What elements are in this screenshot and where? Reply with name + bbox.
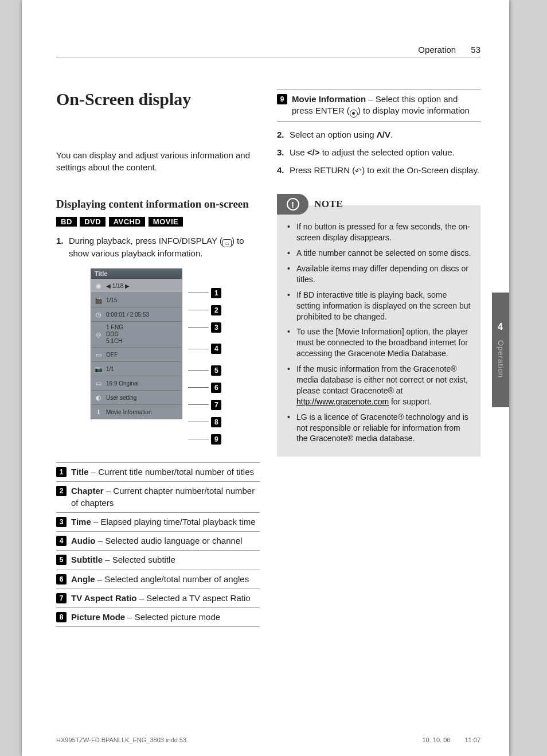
callout-1: 1: [211, 288, 221, 298]
legend-desc: – Selected angle/total number of angles: [95, 574, 249, 584]
chapter-side-tab: 4 Operation: [492, 293, 509, 407]
note-item: If no button is pressed for a few second…: [287, 221, 472, 243]
legend-desc: – Selected picture mode: [125, 612, 220, 622]
osd-panel: Title ◉ ◀ 1/18 ▶ 🎬 1/15 ◷ 0:00:01 / 2:05…: [91, 268, 182, 419]
note-icon: !: [287, 198, 299, 211]
step-number: 3.: [277, 146, 290, 158]
legend-term: Angle: [71, 574, 95, 584]
note-text: If the music information from the Gracen…: [296, 364, 468, 395]
callout-5: 5: [211, 365, 221, 376]
header-page-number: 53: [471, 45, 480, 54]
subtitle-icon: ▭: [93, 350, 104, 359]
osd-row-picture: ◐ User setting: [91, 391, 182, 405]
step-number: 2.: [277, 128, 290, 141]
header-section: Operation: [418, 45, 456, 54]
footer-filename: HX995TZW-FD.BPANLLK_ENG_3803.indd 53: [56, 736, 186, 743]
legend-item: 3 Time – Elapsed playing time/Total play…: [56, 513, 260, 532]
legend-term: Picture Mode: [71, 612, 125, 622]
legend-item: 2 Chapter – Current chapter number/total…: [56, 482, 260, 513]
legend-desc: ) to display movie information: [358, 106, 470, 115]
legend-num: 3: [56, 517, 67, 527]
step-text: Use: [290, 147, 307, 157]
osd-row-subtitle: ▭ OFF: [91, 348, 182, 362]
osd-row-chapter: 🎬 1/15: [91, 293, 182, 307]
legend-term: Subtitle: [71, 555, 103, 564]
legend-item-9: 9 Movie Information – Select this option…: [277, 89, 480, 122]
note-text: for support.: [389, 397, 432, 406]
display-icon: ▭: [222, 239, 232, 247]
legend-num: 8: [56, 612, 67, 622]
step-2: 2. Select an option using Λ/V.: [277, 128, 480, 141]
intro-paragraph: You can display and adjust various infor…: [56, 149, 260, 173]
page-header: Operation 53: [56, 45, 480, 57]
legend-desc: – Elapsed playing time/Total playback ti…: [91, 517, 256, 527]
chapter-number: 4: [498, 322, 503, 332]
manual-page: Operation 53 On-Screen display You can d…: [22, 0, 509, 756]
audio-icon: ◎: [93, 330, 104, 339]
footer-time: 11:07: [464, 736, 480, 743]
legend-term: Chapter: [71, 486, 104, 496]
step-text: .: [390, 130, 393, 139]
note-item: If BD interactive title is playing back,…: [287, 290, 472, 322]
note-item: Available items may differ depending on …: [287, 263, 472, 285]
legend-num: 6: [56, 574, 67, 584]
picture-icon: ◐: [93, 393, 104, 402]
osd-value: OFF: [106, 352, 179, 358]
legend-desc: – Current title number/total number of t…: [89, 467, 254, 477]
step-text: Press RETURN (: [290, 165, 355, 175]
info-icon: ℹ: [93, 407, 104, 416]
note-label: NOTE: [314, 198, 343, 210]
osd-value: 16:9 Original: [106, 380, 179, 387]
clock-icon: ◷: [93, 310, 104, 319]
legend-item: 5 Subtitle – Selected subtitle: [56, 551, 260, 570]
enter-icon: [350, 110, 358, 118]
right-column: 9 Movie Information – Select this option…: [277, 89, 480, 627]
legend-num: 9: [277, 94, 287, 104]
chapter-label: Operation: [497, 340, 505, 378]
note-item: LG is a licence of Gracenote® technology…: [287, 412, 472, 445]
note-item: If the music information from the Gracen…: [287, 364, 472, 407]
legend-item: 6 Angle – Selected angle/total number of…: [56, 570, 260, 589]
return-icon: ↶: [355, 166, 362, 177]
osd-row-title: ◉ ◀ 1/18 ▶: [91, 279, 182, 293]
osd-value: 0:00:01 / 2:05:53: [106, 311, 179, 318]
footer-date: 10. 10. 06: [422, 736, 450, 743]
legend-desc: – Selected audio language or channel: [96, 536, 243, 545]
callout-4: 4: [211, 344, 221, 354]
legend-item: 1 Title – Current title number/total num…: [56, 463, 260, 482]
legend-term: Audio: [71, 536, 96, 545]
legend-item: 4 Audio – Selected audio language or cha…: [56, 532, 260, 551]
callout-6: 6: [211, 383, 221, 393]
step-1: 1. During playback, press INFO/DISPLAY (…: [56, 235, 260, 260]
step-number: 1.: [56, 235, 69, 260]
callout-7: 7: [211, 400, 221, 410]
gracenote-link[interactable]: http://www.gracenote.com: [296, 397, 389, 406]
osd-value: 1 ENG DDD 5.1CH: [106, 324, 179, 345]
aspect-icon: ▭: [93, 379, 104, 388]
callout-9: 9: [211, 434, 221, 445]
callout-leaders: 1 2 3 4 5 6 7 8 9: [188, 268, 221, 446]
callout-2: 2: [211, 305, 221, 315]
page-title: On-Screen display: [56, 89, 260, 109]
print-footer: HX995TZW-FD.BPANLLK_ENG_3803.indd 53 10.…: [56, 736, 480, 743]
legend-term: Time: [71, 517, 91, 527]
badge-dvd: DVD: [80, 217, 106, 227]
format-badges: BD DVD AVCHD MOVIE: [56, 216, 260, 227]
legend-num: 4: [56, 536, 67, 546]
angle-icon: 📷: [93, 364, 104, 373]
step-text: to adjust the selected option value.: [320, 147, 455, 157]
osd-value: Movie Information: [106, 409, 179, 415]
legend-desc: – Selected subtitle: [103, 555, 175, 564]
step-body: During playback, press INFO/DISPLAY (▭) …: [69, 235, 260, 260]
callout-3: 3: [211, 322, 221, 333]
osd-row-time: ◷ 0:00:01 / 2:05:53: [91, 307, 182, 322]
step-number: 4.: [277, 164, 290, 177]
legend-item: 7 TV Aspect Ratio – Selected a TV aspect…: [56, 589, 260, 608]
legend-term: TV Aspect Ratio: [71, 593, 136, 603]
osd-value: 1/15: [106, 297, 179, 303]
disc-icon: ◉: [93, 281, 104, 290]
legend-list: 1 Title – Current title number/total num…: [56, 462, 260, 627]
legend-num: 7: [56, 593, 67, 603]
legend-desc: – Selected a TV aspect Ratio: [136, 593, 250, 603]
callout-8: 8: [211, 417, 221, 427]
